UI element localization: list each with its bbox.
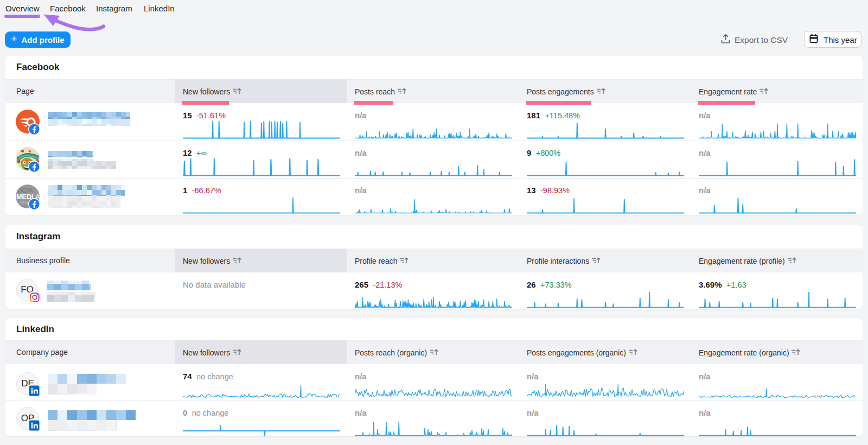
svg-text:■■■ ■: ■■■ ■ <box>20 205 29 208</box>
